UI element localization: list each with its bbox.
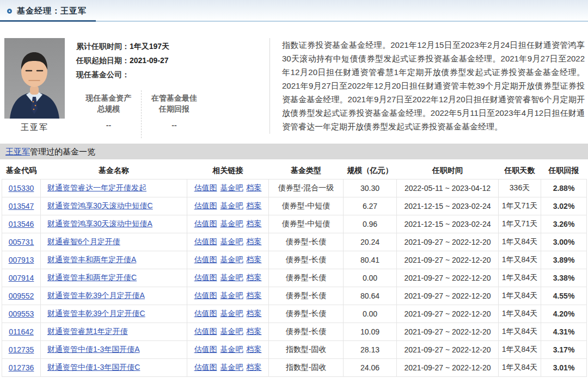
archive-link[interactable]: 档案: [247, 345, 262, 354]
fund-name-cell: 财通资管丰乾39个月定开债C: [41, 305, 187, 323]
fund-code-link[interactable]: 011642: [9, 327, 34, 336]
fund-bbs-link[interactable]: 基金吧: [220, 309, 243, 318]
fund-bbs-link[interactable]: 基金吧: [220, 291, 243, 300]
fund-code-link[interactable]: 013546: [9, 220, 34, 228]
fund-scale-cell: 20.24: [344, 233, 397, 251]
fund-type-cell: 债券型-长债: [269, 323, 344, 340]
archive-link[interactable]: 档案: [247, 363, 262, 371]
fund-type-cell: 债券型-长债: [269, 287, 344, 305]
fund-name-cell: 财通资管丰和两年定开债A: [41, 251, 187, 269]
tenure-return-cell: 2.88%: [541, 179, 587, 197]
header-accent-underline: [0, 20, 96, 22]
tenure-return-cell: 3.26%: [541, 215, 587, 233]
stat-label-line: 在管基金最佳: [142, 92, 207, 103]
stat-value: --: [142, 121, 207, 129]
related-links-cell: 估值图基金吧档案: [187, 287, 269, 305]
fund-bbs-link[interactable]: 基金吧: [220, 345, 243, 354]
archive-link[interactable]: 档案: [247, 273, 262, 282]
valuation-chart-link[interactable]: 估值图: [194, 255, 217, 264]
section-title-suffix: 管理过的基金一览: [30, 147, 95, 156]
valuation-chart-link[interactable]: 估值图: [194, 291, 217, 300]
fund-name-link[interactable]: 财通资管丰乾39个月定开债A: [47, 291, 145, 300]
fund-name-link[interactable]: 财通资管中债1-3年国开债C: [47, 363, 140, 371]
fund-code-link[interactable]: 012736: [9, 363, 34, 372]
fund-code-link[interactable]: 009553: [9, 309, 34, 318]
fund-name-cell: 财通资管睿达一年定开债发起: [41, 179, 187, 197]
fund-name-link[interactable]: 财通睿智6个月定开债: [47, 237, 120, 246]
fund-name-link[interactable]: 财通资管睿达一年定开债发起: [47, 183, 146, 192]
related-links-cell: 估值图基金吧档案: [187, 340, 269, 358]
fund-name-link[interactable]: 财通资管中债1-3年国开债A: [47, 345, 140, 354]
stat-total-assets: 现任基金资产 总规模 --: [76, 90, 142, 138]
fund-name-link[interactable]: 财通资管丰乾39个月定开债C: [47, 309, 145, 318]
fund-bbs-link[interactable]: 基金吧: [220, 363, 243, 371]
col-header-days: 任职天数: [499, 163, 541, 179]
archive-link[interactable]: 档案: [247, 201, 262, 210]
fund-code-cell: 013547: [2, 197, 41, 215]
manager-name-link[interactable]: 王亚军: [5, 147, 30, 156]
related-links-cell: 估值图基金吧档案: [187, 251, 269, 269]
fund-type-cell: 指数型-固收: [269, 358, 344, 376]
fund-name-cell: 财通资管鸿享30天滚动中短债C: [41, 197, 187, 215]
fund-type-cell: 债券型-长债: [269, 305, 344, 323]
archive-link[interactable]: 档案: [247, 327, 262, 336]
fund-bbs-link[interactable]: 基金吧: [220, 273, 243, 282]
valuation-chart-link[interactable]: 估值图: [194, 327, 217, 336]
valuation-chart-link[interactable]: 估值图: [194, 309, 217, 318]
fund-code-cell: 012736: [2, 358, 41, 376]
fund-code-link[interactable]: 015330: [9, 184, 34, 193]
archive-link[interactable]: 档案: [247, 291, 262, 300]
archive-link[interactable]: 档案: [247, 219, 262, 228]
page-title: 基金经理：王亚军: [17, 6, 87, 16]
archive-link[interactable]: 档案: [247, 237, 262, 246]
col-header-fund-type: 基金类型: [269, 163, 344, 179]
tenure-days-cell: 1年又84天: [499, 323, 541, 340]
fund-name-cell: 财通资管丰和两年定开债C: [41, 269, 187, 287]
col-header-scale: 规模（亿元）: [344, 163, 397, 179]
fund-scale-cell: 0.96: [344, 215, 397, 233]
fund-code-cell: 007913: [2, 251, 41, 269]
valuation-chart-link[interactable]: 估值图: [194, 345, 217, 354]
tenure-period-cell: 2022-05-11 ~ 2023-04-12: [397, 179, 499, 197]
valuation-chart-link[interactable]: 估值图: [194, 273, 217, 282]
archive-link[interactable]: 档案: [247, 183, 262, 192]
fund-code-link[interactable]: 005731: [9, 238, 34, 246]
fund-code-link[interactable]: 012735: [9, 345, 34, 354]
fund-bbs-link[interactable]: 基金吧: [220, 201, 243, 210]
page-header: 基金经理：王亚军: [0, 0, 588, 22]
valuation-chart-link[interactable]: 估值图: [194, 237, 217, 246]
valuation-chart-link[interactable]: 估值图: [194, 219, 217, 228]
related-links-cell: 估值图基金吧档案: [187, 197, 269, 215]
valuation-chart-link[interactable]: 估值图: [194, 363, 217, 371]
fund-name-link[interactable]: 财通资管睿慧1年定开债: [47, 327, 128, 336]
fund-bbs-link[interactable]: 基金吧: [220, 219, 243, 228]
fund-name-link[interactable]: 财通资管鸿享30天滚动中短债C: [47, 201, 153, 210]
fund-bbs-link[interactable]: 基金吧: [220, 183, 243, 192]
fund-code-link[interactable]: 007914: [9, 274, 34, 282]
fund-name-link[interactable]: 财通资管鸿享30天滚动中短债A: [47, 219, 152, 228]
stat-label-line: 总规模: [76, 103, 141, 114]
stat-label-line: 任期回报: [142, 103, 207, 114]
fund-bbs-link[interactable]: 基金吧: [220, 237, 243, 246]
archive-link[interactable]: 档案: [247, 255, 262, 264]
fund-code-link[interactable]: 007913: [9, 256, 34, 264]
related-links-cell: 估值图基金吧档案: [187, 215, 269, 233]
tenure-period-cell: 2021-09-27 ~ 2022-12-20: [397, 305, 499, 323]
fund-code-link[interactable]: 009552: [9, 292, 34, 300]
tenure-days-cell: 1年又84天: [499, 358, 541, 376]
valuation-chart-link[interactable]: 估值图: [194, 201, 217, 210]
info-label: 累计任职时间：: [76, 42, 130, 51]
info-value: 2021-09-27: [130, 56, 169, 65]
fund-name-link[interactable]: 财通资管丰和两年定开债A: [47, 255, 136, 264]
info-line-start-date: 任职起始日期：2021-09-27: [76, 53, 261, 67]
archive-link[interactable]: 档案: [247, 309, 262, 318]
info-line-company: 现任基金公司：: [76, 67, 261, 82]
fund-code-link[interactable]: 013547: [9, 202, 34, 210]
fund-name-link[interactable]: 财通资管丰和两年定开债C: [47, 273, 137, 282]
stat-value: --: [76, 121, 141, 129]
tenure-return-cell: 3.38%: [541, 269, 587, 287]
valuation-chart-link[interactable]: 估值图: [194, 183, 217, 192]
tenure-days-cell: 1年又84天: [499, 287, 541, 305]
fund-bbs-link[interactable]: 基金吧: [220, 255, 243, 264]
fund-bbs-link[interactable]: 基金吧: [220, 327, 243, 336]
